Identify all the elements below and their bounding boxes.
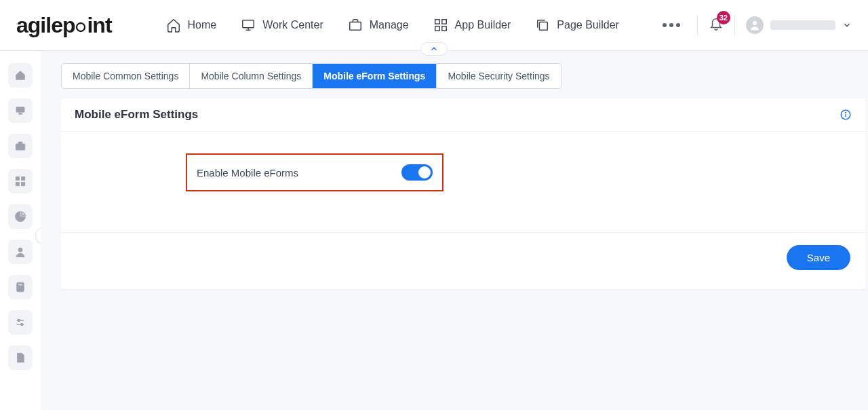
switch-knob: [418, 166, 431, 179]
svg-rect-16: [22, 176, 25, 180]
top-nav: agilepint Home Work Center Manage App Bu…: [0, 0, 868, 51]
svg-rect-17: [16, 183, 19, 186]
document-icon: [14, 352, 26, 364]
tabs: Mobile Common Settings Mobile Column Set…: [61, 63, 561, 89]
sidebar-briefcase[interactable]: [8, 134, 33, 158]
calculator-icon: [14, 281, 26, 293]
svg-rect-14: [18, 142, 22, 144]
divider: [697, 15, 698, 35]
notifications-button[interactable]: 32: [709, 16, 724, 34]
logo: agilepint: [16, 13, 112, 38]
svg-rect-21: [18, 284, 22, 286]
svg-rect-12: [19, 113, 22, 115]
username: [770, 20, 835, 30]
more-menu[interactable]: [663, 23, 680, 27]
tab-mobile-column[interactable]: Mobile Column Settings: [190, 64, 313, 88]
nav-manage[interactable]: Manage: [348, 18, 409, 33]
svg-rect-7: [435, 26, 439, 31]
svg-rect-5: [435, 20, 439, 24]
chevron-down-icon: [842, 20, 852, 30]
nav-items: Home Work Center Manage App Builder Page…: [166, 18, 680, 33]
nav-label: Home: [188, 19, 217, 31]
home-icon: [14, 69, 26, 81]
nav-label: Page Builder: [557, 19, 619, 31]
nav-label: Work Center: [262, 19, 323, 31]
tab-mobile-common[interactable]: Mobile Common Settings: [62, 64, 190, 88]
panel-title: Mobile eForm Settings: [75, 108, 198, 122]
enable-mobile-eforms-toggle[interactable]: [401, 164, 433, 181]
copy-icon: [535, 18, 550, 33]
user-icon: [14, 246, 26, 258]
svg-point-28: [846, 113, 846, 113]
tab-mobile-eform[interactable]: Mobile eForm Settings: [313, 64, 437, 88]
nav-page-builder[interactable]: Page Builder: [535, 18, 619, 33]
nav-label: App Builder: [455, 19, 511, 31]
avatar: [746, 16, 764, 34]
user-menu[interactable]: [746, 16, 852, 34]
home-icon: [166, 18, 181, 33]
svg-point-19: [18, 248, 22, 252]
monitor-icon: [14, 105, 26, 117]
svg-rect-4: [350, 22, 361, 30]
grid-icon: [14, 175, 26, 187]
topnav-right: 32: [697, 15, 852, 35]
panel-body: Enable Mobile eForms: [61, 132, 865, 232]
svg-rect-13: [16, 144, 25, 150]
svg-rect-8: [441, 26, 446, 31]
briefcase-icon: [348, 18, 363, 33]
svg-point-10: [753, 21, 757, 25]
sidebar-document[interactable]: [8, 346, 33, 370]
sidebar-sliders[interactable]: [8, 310, 33, 335]
sidebar-monitor[interactable]: [8, 98, 33, 123]
briefcase-icon: [14, 140, 26, 152]
main-area: Mobile Common Settings Mobile Column Set…: [41, 51, 868, 410]
layout: Mobile Common Settings Mobile Column Set…: [0, 51, 868, 410]
nav-label: Manage: [370, 19, 409, 31]
save-button[interactable]: Save: [787, 245, 850, 270]
pie-chart-icon: [14, 210, 26, 223]
sidebar-calculator[interactable]: [8, 275, 33, 299]
nav-app-builder[interactable]: App Builder: [433, 18, 511, 33]
svg-rect-6: [441, 20, 446, 24]
sidebar: [0, 51, 41, 410]
svg-point-0: [77, 23, 85, 31]
sidebar-chart[interactable]: [8, 204, 33, 229]
panel-header: Mobile eForm Settings: [61, 98, 865, 132]
svg-point-23: [18, 320, 20, 322]
sidebar-home[interactable]: [8, 63, 33, 88]
svg-point-25: [21, 324, 23, 326]
grid-icon: [433, 18, 448, 33]
nav-work-center[interactable]: Work Center: [241, 18, 323, 33]
chevron-up-icon: [429, 44, 439, 54]
sliders-icon: [14, 316, 26, 329]
notification-badge: 32: [717, 11, 730, 24]
svg-rect-18: [22, 183, 25, 186]
svg-rect-11: [16, 107, 24, 113]
info-icon[interactable]: [840, 109, 852, 121]
svg-rect-1: [243, 20, 254, 28]
toggle-label: Enable Mobile eForms: [197, 167, 298, 179]
collapse-topnav-button[interactable]: [420, 42, 448, 56]
svg-rect-15: [16, 176, 19, 180]
panel-footer: Save: [61, 232, 865, 289]
nav-home[interactable]: Home: [166, 18, 217, 33]
tab-mobile-security[interactable]: Mobile Security Settings: [437, 64, 560, 88]
divider: [734, 15, 735, 35]
monitor-icon: [241, 18, 256, 33]
sidebar-grid[interactable]: [8, 169, 33, 193]
sidebar-user[interactable]: [8, 240, 33, 264]
enable-mobile-eforms-row: Enable Mobile eForms: [186, 153, 443, 191]
settings-panel: Mobile eForm Settings Enable Mobile eFor…: [61, 98, 865, 289]
svg-rect-9: [540, 22, 548, 30]
